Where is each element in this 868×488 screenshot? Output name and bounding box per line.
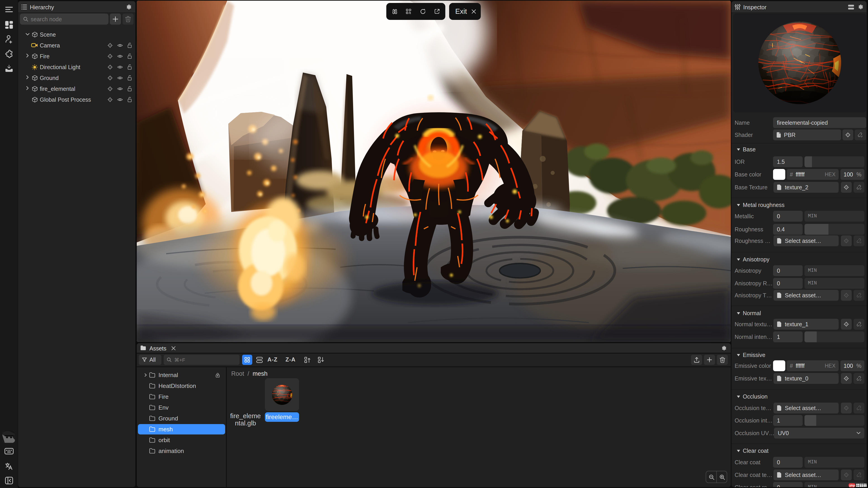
- svg-text:php: php: [849, 484, 855, 487]
